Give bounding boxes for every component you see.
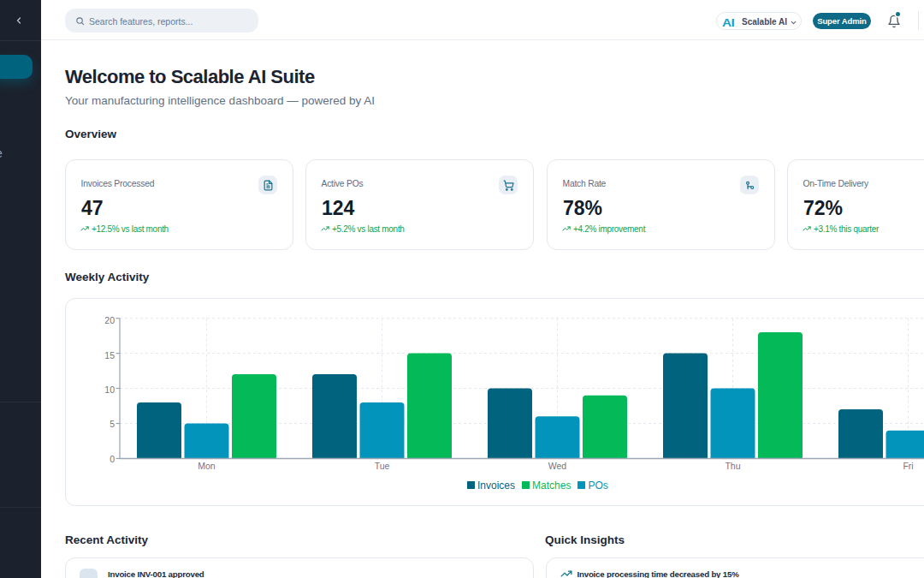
svg-text:Mon: Mon: [198, 461, 216, 471]
svg-text:20: 20: [104, 315, 115, 325]
svg-text:15: 15: [104, 350, 115, 361]
svg-text:5: 5: [110, 419, 115, 429]
svg-text:Thu: Thu: [725, 461, 740, 471]
svg-text:Wed: Wed: [548, 461, 567, 471]
svg-text:Tue: Tue: [375, 461, 390, 471]
svg-text:10: 10: [104, 384, 115, 395]
svg-text:0: 0: [110, 454, 115, 464]
svg-text:Fri: Fri: [903, 461, 913, 471]
